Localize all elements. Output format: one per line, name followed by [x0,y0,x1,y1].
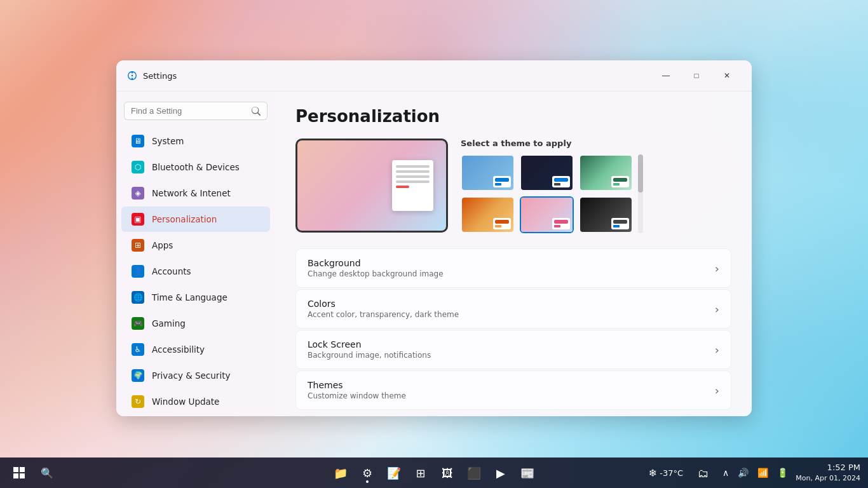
theme-autumn[interactable] [461,196,515,233]
settings-title-lock-screen: Lock Screen [308,339,715,349]
wifi-icon[interactable]: 📶 [755,465,771,480]
theme-win11-dark[interactable] [520,154,574,191]
sidebar-item-personalization[interactable]: ▣Personalization [121,207,270,232]
taskbar-app-photos[interactable]: 🖼 [436,461,459,484]
settings-item-themes[interactable]: ThemesCustomize window theme› [295,370,731,410]
settings-desc-background: Change desktop background image [308,269,715,278]
sidebar-item-accounts[interactable]: 👤Accounts [121,259,270,284]
sidebar: 🖥System⬡Bluetooth & Devices◈Network & In… [116,92,275,416]
maximize-button[interactable]: □ [682,65,711,86]
taskbar-left: 🔍 [8,461,58,484]
settings-window: Settings — □ ✕ 🖥System⬡Bluetooth & Devic… [116,60,752,416]
taskbar-right: ❄ -37°C 🗂 ∧ 🔊 📶 🔋 1:52 PM Mon, Apr 01, 2… [645,461,860,484]
taskbar-app-notepad[interactable]: 📝 [383,461,405,484]
settings-item-colors[interactable]: ColorsAccent color, transparency, dark t… [295,289,731,329]
weather-icon: ❄ [649,467,657,479]
sidebar-item-bluetooth[interactable]: ⬡Bluetooth & Devices [121,154,270,180]
sidebar-label-time: Time & Language [152,292,227,302]
doc-line-2 [396,170,430,173]
taskbar: 🔍 📁⚙📝⊞🖼⬛▶📰 ❄ -37°C 🗂 ∧ 🔊 📶 🔋 1:52 PM Mon… [0,458,868,488]
sidebar-icon-accessibility: ♿ [132,343,144,356]
sidebar-label-bluetooth: Bluetooth & Devices [152,162,240,172]
title-bar: Settings — □ ✕ [116,60,752,92]
sidebar-item-accessibility[interactable]: ♿Accessibility [121,337,270,362]
sidebar-item-update[interactable]: ↻Window Update [121,389,270,414]
clock-date: Mon, Apr 01, 2024 [796,473,860,483]
sidebar-label-gaming: Gaming [152,318,186,329]
window-body: 🖥System⬡Bluetooth & Devices◈Network & In… [116,92,752,416]
theme-grid-wrapper [461,154,731,233]
main-content: Personalization Select a theme to apply [275,92,752,416]
window-title: Settings [143,71,651,81]
sidebar-item-time[interactable]: 🌐Time & Language [121,285,270,310]
sidebar-item-gaming[interactable]: 🎮Gaming [121,311,270,336]
taskbar-app-media[interactable]: ▶ [489,461,512,484]
sidebar-item-privacy[interactable]: 🌍Privacy & Security [121,363,270,388]
close-button[interactable]: ✕ [712,65,742,86]
settings-desc-colors: Accent color, transparency, dark theme [308,310,715,319]
battery-icon[interactable]: 🔋 [775,465,790,480]
weather-temp: -37°C [660,468,683,478]
theme-mountains[interactable] [579,154,633,191]
theme-win11-light[interactable] [461,154,515,191]
settings-title-background: Background [308,258,715,268]
sidebar-icon-system: 🖥 [132,135,144,147]
chevron-background: › [715,262,719,275]
theme-dark-water[interactable] [579,196,633,233]
sidebar-label-accounts: Accounts [152,266,191,276]
search-box[interactable] [124,102,268,120]
theme-selection-area: Select a theme to apply [461,139,731,233]
preview-document [392,160,433,211]
sidebar-label-personalization: Personalization [152,214,217,224]
theme-preview [295,139,448,233]
clock-time: 1:52 PM [796,462,860,473]
settings-list: BackgroundChange desktop background imag… [295,248,731,410]
theme-select-label: Select a theme to apply [461,139,731,148]
minimize-button[interactable]: — [651,65,681,86]
search-icon [252,107,261,116]
settings-title-themes: Themes [308,380,715,390]
settings-window-icon [126,70,138,81]
taskbar-app-news[interactable]: 📰 [516,461,539,484]
doc-line-4 [396,180,430,183]
doc-line-3 [396,175,430,178]
window-controls: — □ ✕ [651,65,742,86]
sidebar-label-accessibility: Accessibility [152,344,205,355]
settings-desc-lock-screen: Background image, notifications [308,351,715,360]
taskbar-app-files[interactable]: 📁 [329,461,352,484]
sidebar-label-system: System [152,136,184,146]
sidebar-label-privacy: Privacy & Security [152,370,230,381]
sidebar-icon-privacy: 🌍 [132,369,144,382]
tray-chevron[interactable]: ∧ [720,465,731,480]
clock-area[interactable]: 1:52 PM Mon, Apr 01, 2024 [796,462,860,484]
sidebar-item-system[interactable]: 🖥System [121,128,270,154]
sidebar-icon-accounts: 👤 [132,265,144,278]
page-title: Personalization [295,107,731,126]
taskbar-search[interactable]: 🔍 [36,461,58,484]
sidebar-label-network: Network & Intenet [152,188,231,198]
sidebar-icon-time: 🌐 [132,291,144,304]
start-button[interactable] [8,461,31,484]
taskbar-app-terminal[interactable]: ⬛ [463,461,485,484]
sidebar-label-update: Window Update [152,396,219,407]
taskbar-app-calc[interactable]: ⊞ [409,461,432,484]
taskbar-tray-icons: ∧ 🔊 📶 🔋 [720,465,790,480]
svg-rect-2 [20,467,25,472]
taskbar-app-settings[interactable]: ⚙ [356,461,379,484]
theme-colorful[interactable] [520,196,574,233]
settings-item-background[interactable]: BackgroundChange desktop background imag… [295,248,731,288]
taskbar-weather[interactable]: ❄ -37°C [645,461,687,484]
sidebar-label-apps: Apps [152,240,173,250]
theme-section: Select a theme to apply [295,139,731,233]
svg-rect-4 [20,473,25,478]
taskbar-task-view[interactable]: 🗂 [692,461,715,484]
nav-items: 🖥System⬡Bluetooth & Devices◈Network & In… [116,128,275,415]
volume-icon[interactable]: 🔊 [735,465,751,480]
chevron-themes: › [715,384,719,397]
sidebar-item-network[interactable]: ◈Network & Intenet [121,180,270,206]
svg-rect-1 [13,467,18,472]
search-input[interactable] [131,106,252,116]
settings-item-lock-screen[interactable]: Lock ScreenBackground image, notificatio… [295,330,731,369]
sidebar-item-apps[interactable]: ⊞Apps [121,233,270,258]
theme-scrollbar[interactable] [638,154,643,233]
